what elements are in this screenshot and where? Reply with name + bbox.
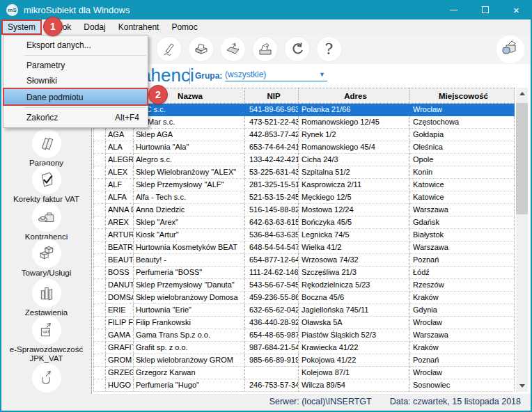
sidebar-item-paragony[interactable]: Paragony [1, 129, 91, 168]
cell-nip: 985-66-89-919 [245, 354, 299, 367]
menubar-item-dodaj[interactable]: Dodaj [77, 19, 111, 35]
cell-marker [93, 204, 106, 216]
table-row[interactable]: GAMAGama Trans Sp.z o.o.654-48-65-987Pia… [93, 329, 515, 342]
vertical-scrollbar[interactable] [516, 88, 528, 392]
table-row[interactable]: ALFAAlfa - Tech s.c.521-53-15-245Męckieg… [93, 191, 515, 204]
cell-nip: 654-877-12-64 [245, 254, 299, 267]
cell-miejscowosc: Poznań [410, 254, 515, 267]
fiscal-printer-icon [500, 39, 521, 60]
table-row[interactable]: BEATRICHurtownia Kosmetyków BEAT648-54-5… [93, 241, 515, 254]
briefcase-hat-icon [32, 203, 61, 232]
cell-adres: Mostowa 12/24 [299, 204, 410, 216]
table-row[interactable]: GRZEGOGrzegorz KarwanKolejowa 87/1Wrocła… [93, 367, 515, 379]
undo-button[interactable] [284, 36, 310, 62]
print-button[interactable] [188, 36, 214, 62]
table-row[interactable]: ABCABC s.c.541-89-66-963Polanka 21/66Wro… [93, 104, 515, 116]
table-row[interactable]: ARTURKiosk "Artur"536-84-63-635Legnicka … [93, 229, 515, 241]
sidebar-item-korekty-faktur-vat[interactable]: Korekty faktur VAT [1, 165, 91, 204]
menu-item-dane-podmiotu[interactable]: Dane podmiotu [3, 88, 148, 105]
menu-item-zakoncz[interactable]: Zakończ Alt+F4 [3, 110, 148, 125]
cell-nip: 436-440-28-92 [245, 317, 299, 329]
check-document-icon [32, 165, 61, 194]
table-row[interactable]: GRAFITGrafit sp. z o.o.987-684-21-54Kraw… [93, 342, 515, 354]
export-button[interactable] [220, 36, 246, 62]
table-row[interactable]: ERIEHurtownia "Erie"632-65-62-042Jagiell… [93, 304, 515, 317]
printer-icon [193, 41, 210, 58]
table-row[interactable]: ALEGROAlegro s.c.133-42-42-421Cicha 24/3… [93, 154, 515, 166]
menubar-item-system[interactable]: System [1, 19, 42, 35]
table-row[interactable]: ANNA DZAnna Dziedzic516-145-88-82Mostowa… [93, 204, 515, 216]
table-row[interactable]: HUGOPerfumeria "Hugo"246-753-57-34Wilcza… [93, 379, 515, 392]
sidebar-item-zestawienia[interactable]: Zestawienia [1, 278, 91, 317]
cell-miejscowosc: Warszawa [410, 329, 515, 342]
cell-nazwa: Gama Trans Sp.z o.o. [134, 329, 245, 342]
cell-symbol: AREX [106, 216, 134, 229]
sidebar-item-e-sprawozdawczosc-jpk-vat[interactable]: VAT e-Sprawozdawczość JPK_VAT [1, 315, 91, 363]
cell-miejscowosc: Warszawa [410, 241, 515, 254]
cell-nip: 987-684-21-54 [245, 342, 299, 354]
window-controls: × [438, 0, 532, 19]
scroll-up-button[interactable] [516, 88, 528, 100]
table-row[interactable]: ADMARAd-Mar s.c.473-521-22-43Romanowskie… [93, 116, 515, 129]
minimize-button[interactable] [438, 0, 469, 19]
cell-nazwa: Ad-Mar s.c. [134, 116, 245, 129]
header-adres[interactable]: Adres [299, 88, 410, 103]
table-row[interactable]: AGASklep AGA442-853-77-42Rynek 1/2Gołdap… [93, 129, 515, 141]
cell-marker [93, 141, 106, 154]
close-button[interactable]: × [501, 0, 532, 19]
close-icon: × [513, 5, 519, 15]
cell-nip: 543-56-67-545 [245, 279, 299, 292]
table-row[interactable]: ALAHurtownia "Ala"653-74-64-241Romanowsk… [93, 141, 515, 154]
cell-nip: 53-225-631-43 [245, 166, 299, 179]
scrollbar-thumb[interactable] [516, 103, 528, 214]
menu-item-eksport-danych[interactable]: Eksport danych... [3, 38, 148, 53]
fiscal-printer-button[interactable] [496, 35, 524, 63]
cell-miejscowosc: Katowice [410, 179, 515, 191]
table-row[interactable]: ALFSklep Przemysłowy "ALF"281-325-15-51K… [93, 179, 515, 191]
table-row[interactable]: GROMSklep wielobranżowy GROM985-66-89-91… [93, 354, 515, 367]
cell-symbol: GRAFIT [106, 342, 134, 354]
table-row[interactable]: ALEXSklep Wielobranżowy "ALEX"53-225-631… [93, 166, 515, 179]
table-row[interactable]: BEAUTYBeauty! -654-877-12-64Wrzosowa 74/… [93, 254, 515, 267]
table-row[interactable]: DANUTASklep Przemysłowy "Danuta"543-56-6… [93, 279, 515, 292]
help-button[interactable]: ? [316, 36, 342, 62]
cell-nip [245, 367, 299, 379]
menu-bar: System Widok Dodaj Kontrahent Pomoc [1, 19, 531, 35]
menu-item-slowniki[interactable]: Słowniki [3, 73, 148, 88]
books-icon [32, 278, 61, 308]
edit-button[interactable] [156, 36, 182, 62]
cell-nip: 246-753-57-34 [245, 379, 299, 392]
menubar-item-pomoc[interactable]: Pomoc [165, 19, 203, 35]
cell-symbol: ALFA [106, 191, 134, 204]
sidebar-item-label: Towary/Usługi [1, 269, 91, 278]
cell-nazwa: Sklep "Arex" [134, 216, 245, 229]
cell-marker [93, 166, 106, 179]
cell-marker [93, 317, 106, 329]
boxes-icon [32, 239, 61, 268]
scroll-down-button[interactable] [516, 380, 528, 392]
cell-nazwa: Alegro s.c. [134, 154, 245, 166]
cell-symbol: ALEGRO [106, 154, 134, 166]
main-pane: Kontrahenci Grupa: (wszystkie) ▼ Nazwa N… [92, 64, 531, 394]
sidebar-item-kontrahenci[interactable]: Kontrahenci [1, 203, 91, 241]
table-row[interactable]: FILIP FRFilip Frankowski436-440-28-92Oła… [93, 317, 515, 329]
cell-symbol: ALA [106, 141, 134, 154]
fiscal-print-button[interactable] [252, 36, 278, 62]
header-miejscowosc[interactable]: Miejscowość [410, 88, 515, 103]
menu-item-parametry[interactable]: Parametry [3, 58, 148, 73]
vat-report-icon: VAT [32, 315, 61, 344]
cell-nip: 133-42-42-421 [245, 154, 299, 166]
header-nip[interactable]: NIP [245, 88, 299, 103]
cell-marker [93, 229, 106, 241]
table-row[interactable]: DOMSADSklep wielobranżowy Domosa459-236-… [93, 292, 515, 304]
group-label: Grupa: [195, 71, 222, 81]
maximize-button[interactable] [469, 0, 501, 19]
sidebar-item-towary-uslugi[interactable]: Towary/Usługi [1, 239, 91, 278]
menubar-item-kontrahent[interactable]: Kontrahent [112, 19, 166, 35]
group-dropdown[interactable]: (wszystkie) ▼ [225, 68, 327, 81]
table-row[interactable]: BOSSPerfumeria "BOSS"111-24-62-146Szczęś… [93, 267, 515, 279]
group-dropdown-value: (wszystkie) [225, 70, 266, 79]
table-row[interactable]: AREXSklep "Arex"642-63-63-615Bończyka 45… [93, 216, 515, 229]
cell-adres: Pokojowa 41/22 [299, 354, 410, 367]
cell-nazwa: Sklep Przemysłowy "Danuta" [134, 279, 245, 292]
